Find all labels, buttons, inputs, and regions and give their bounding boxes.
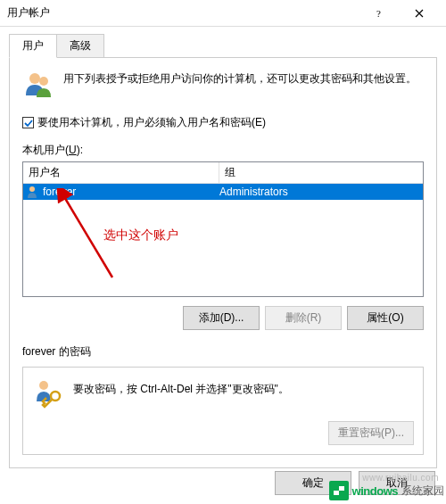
- password-text: 要改密码，按 Ctrl-Alt-Del 并选择"更改密码"。: [73, 376, 289, 397]
- user-row[interactable]: forever Administrators: [23, 184, 423, 200]
- dialog-content: 用户 高级 用下列表授予或拒绝用户访问你的计算机，还可以更改其密码和其他设置。 …: [0, 27, 446, 475]
- svg-point-3: [29, 186, 35, 192]
- password-section-label: forever 的密码: [22, 344, 424, 359]
- user-buttons-row: 添加(D)... 删除(R) 属性(O): [22, 306, 424, 330]
- intro-row: 用下列表授予或拒绝用户访问你的计算机，还可以更改其密码和其他设置。: [22, 69, 424, 101]
- add-button[interactable]: 添加(D)...: [183, 306, 260, 330]
- svg-point-1: [29, 73, 40, 84]
- cell-username: forever: [43, 186, 219, 198]
- remove-button: 删除(R): [265, 306, 342, 330]
- col-header-username[interactable]: 用户名: [23, 162, 219, 183]
- key-user-icon: [32, 376, 64, 409]
- cell-group: Administrators: [219, 186, 423, 198]
- watermark-brand2: 系统家园: [401, 483, 444, 499]
- reset-password-button: 重置密码(P)...: [328, 421, 414, 445]
- properties-button[interactable]: 属性(O): [347, 306, 424, 330]
- user-icon: [25, 185, 39, 199]
- svg-text:?: ?: [376, 9, 381, 18]
- col-header-group[interactable]: 组: [219, 162, 423, 183]
- require-login-checkbox-row[interactable]: 要使用本计算机，用户必须输入用户名和密码(E): [22, 115, 424, 130]
- help-button[interactable]: ?: [359, 0, 399, 26]
- listview-header: 用户名 组: [23, 162, 423, 184]
- svg-point-5: [39, 381, 48, 390]
- svg-point-6: [51, 392, 60, 401]
- password-intro: 要改密码，按 Ctrl-Alt-Del 并选择"更改密码"。: [32, 376, 414, 409]
- password-box: 要改密码，按 Ctrl-Alt-Del 并选择"更改密码"。 重置密码(P)..…: [22, 367, 424, 455]
- tab-strip: 用户 高级: [9, 34, 437, 58]
- users-listview[interactable]: 用户名 组 forever Administrators 选中这个账户: [22, 161, 424, 297]
- require-login-label: 要使用本计算机，用户必须输入用户名和密码(E): [37, 115, 266, 130]
- tab-body-users: 用下列表授予或拒绝用户访问你的计算机，还可以更改其密码和其他设置。 要使用本计算…: [9, 58, 437, 468]
- annotation-text: 选中这个账户: [103, 227, 178, 244]
- users-icon: [22, 69, 54, 101]
- password-button-row: 重置密码(P)...: [32, 421, 414, 445]
- arrow-icon: [22, 188, 130, 295]
- checkbox-icon: [22, 117, 34, 128]
- watermark: windows系统家园: [329, 481, 444, 500]
- svg-line-4: [63, 195, 112, 277]
- password-section: forever 的密码 要改密码，按 Ctrl-Alt-Del 并选择"更改密码…: [22, 344, 424, 455]
- watermark-brand1: windows: [352, 484, 398, 498]
- watermark-logo-icon: [329, 481, 349, 500]
- tab-users[interactable]: 用户: [9, 34, 57, 58]
- window-title: 用户帐户: [7, 5, 359, 21]
- svg-point-2: [39, 77, 48, 86]
- tab-advanced[interactable]: 高级: [56, 34, 104, 57]
- close-button[interactable]: [399, 0, 439, 26]
- intro-text: 用下列表授予或拒绝用户访问你的计算机，还可以更改其密码和其他设置。: [63, 69, 417, 87]
- titlebar: 用户帐户 ?: [0, 0, 446, 27]
- local-users-label: 本机用户(U):: [22, 143, 424, 158]
